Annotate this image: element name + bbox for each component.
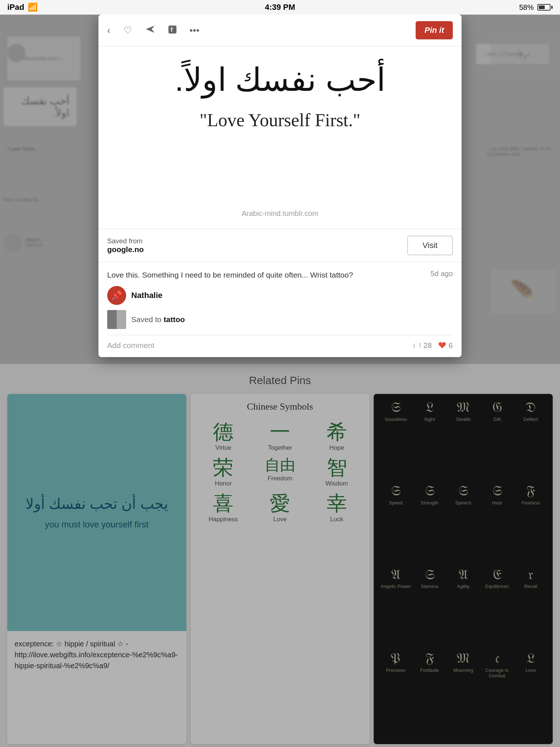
- facebook-button[interactable]: f: [168, 25, 176, 36]
- svg-text:f: f: [171, 27, 173, 33]
- repin-stat: 28: [413, 341, 432, 350]
- stats: 28 6: [413, 341, 453, 350]
- board-thumbnail: [107, 310, 126, 329]
- pin-it-button[interactable]: Pin it: [416, 21, 453, 39]
- like-count: 6: [448, 341, 453, 350]
- status-right: 58%: [519, 3, 553, 12]
- saved-from: Saved from google.no: [107, 237, 144, 254]
- like-stat: 6: [438, 341, 453, 350]
- device-label: iPad: [7, 3, 24, 12]
- saved-from-domain: google.no: [107, 245, 144, 254]
- battery-percent: 58%: [519, 3, 534, 12]
- comment-header: Love this. Something I need to be remind…: [107, 270, 453, 280]
- saved-to-row: Saved to tattoo: [107, 310, 453, 329]
- status-left: iPad 📶: [7, 3, 38, 12]
- heart-button[interactable]: ♡: [124, 25, 132, 36]
- pin-icon: 📌: [111, 290, 122, 301]
- source-url[interactable]: Arabic-mind.tumblr.com: [242, 209, 318, 218]
- pin-detail-modal: ‹ ♡ f ••• Pin it أحب نفسك اولاً. "Love Y…: [98, 15, 462, 357]
- arabic-text: أحب نفسك اولاً.: [175, 61, 385, 98]
- comment-user-row: 📌 Nathalie: [107, 286, 453, 305]
- time-display: 4:39 PM: [265, 3, 295, 12]
- add-comment-input[interactable]: Add comment: [107, 341, 155, 350]
- user-avatar: 📌: [107, 286, 126, 305]
- more-button[interactable]: •••: [190, 25, 199, 36]
- modal-toolbar: ‹ ♡ f ••• Pin it: [98, 15, 462, 46]
- comment-text: Love this. Something I need to be remind…: [107, 270, 353, 280]
- repin-count: 28: [423, 341, 432, 350]
- comment-section: Love this. Something I need to be remind…: [98, 262, 462, 357]
- add-comment-row: Add comment 28 6: [107, 335, 453, 350]
- visit-button[interactable]: Visit: [407, 236, 453, 255]
- user-name[interactable]: Nathalie: [131, 291, 163, 300]
- english-translation: "Love Yourself First.": [200, 109, 361, 131]
- saved-to-text: Saved to tattoo: [131, 315, 185, 324]
- back-button[interactable]: ‹: [107, 25, 110, 36]
- pin-image-area: أحب نفسك اولاً. "Love Yourself First." A…: [98, 46, 462, 229]
- wifi-icon: 📶: [28, 3, 38, 12]
- battery-icon: [537, 4, 553, 11]
- send-button[interactable]: [145, 25, 155, 36]
- comment-time: 5d ago: [431, 270, 453, 278]
- status-bar: iPad 📶 4:39 PM 58%: [0, 0, 560, 15]
- modal-info-bar: Saved from google.no Visit: [98, 229, 462, 262]
- saved-from-label: Saved from: [107, 237, 143, 245]
- toolbar-left: ‹ ♡ f •••: [107, 25, 199, 36]
